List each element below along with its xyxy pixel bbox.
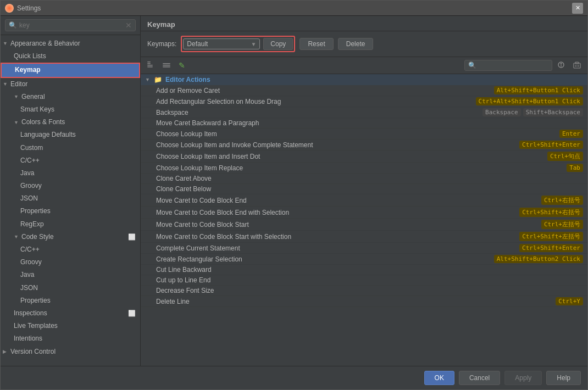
edit-shortcut-icon[interactable]: ✎ — [176, 59, 188, 71]
table-row[interactable]: Move Caret to Code Block End with Select… — [141, 207, 587, 219]
close-button[interactable]: ✕ — [572, 3, 583, 14]
shortcut-search-wrapper[interactable]: 🔍 — [464, 60, 552, 71]
shortcut-badge: Enter — [559, 130, 583, 138]
shortcut-badge: Alt+Shift+Button1 Click — [494, 86, 583, 94]
sidebar-item-json[interactable]: JSON — [1, 192, 140, 205]
find-shortcut-icon[interactable] — [556, 59, 568, 71]
sidebar-search-input[interactable] — [19, 21, 125, 29]
sidebar-item-label: Language Defaults — [20, 130, 76, 140]
sidebar-tree: Appearance & Behavior Quick Lists Keymap… — [1, 35, 140, 366]
sidebar-item-livetemplates[interactable]: Live Templates — [1, 320, 140, 332]
sidebar-item-properties[interactable]: Properties — [1, 205, 140, 218]
action-shortcuts: Ctrl+Shift+Enter — [519, 244, 583, 252]
table-row[interactable]: Move Caret to Code Block Start Ctrl+左括号 — [141, 219, 587, 231]
sidebar-item-codestyle-cpp[interactable]: C/C++ — [1, 243, 140, 256]
table-row[interactable]: Choose Lookup Item and Insert Dot Ctrl+句… — [141, 151, 587, 163]
sidebar-item-label: C/C++ — [20, 244, 40, 255]
sidebar-item-keymap[interactable]: Keymap — [1, 63, 140, 77]
shortcut-badge: Shift+Backspace — [523, 108, 583, 116]
sidebar-item-codestyle-json[interactable]: JSON — [1, 282, 140, 294]
action-shortcuts: Tab — [567, 164, 583, 172]
sidebar-item-codestyle-groovy[interactable]: Groovy — [1, 256, 140, 269]
table-row[interactable]: Clone Caret Below — [141, 184, 587, 194]
keymap-select[interactable]: Default Eclipse Emacs NetBeans 6.5 Visua… — [187, 40, 251, 48]
keymap-select-wrapper[interactable]: Default Eclipse Emacs NetBeans 6.5 Visua… — [183, 38, 260, 49]
sidebar-item-groovy[interactable]: Groovy — [1, 180, 140, 192]
sidebar-item-label: Smart Keys — [20, 104, 54, 115]
expand-arrow-icon — [3, 80, 8, 88]
cancel-button[interactable]: Cancel — [459, 371, 500, 385]
table-row[interactable]: Delete Line Ctrl+Y — [141, 296, 587, 307]
sidebar-item-regexp[interactable]: RegExp — [1, 218, 140, 231]
sidebar-item-cpp[interactable]: C/C++ — [1, 154, 140, 167]
expand-arrow-icon — [3, 40, 8, 47]
apply-button[interactable]: Apply — [504, 371, 542, 385]
collapse-all-icon[interactable] — [160, 59, 173, 71]
reset-button[interactable]: Reset — [299, 38, 333, 50]
svg-rect-0 — [147, 62, 151, 63]
table-row[interactable]: Cut up to Line End — [141, 275, 587, 286]
shortcut-badge: Alt+Shift+Button2 Click — [494, 255, 583, 263]
sidebar-search-wrapper[interactable]: 🔍 ✕ — [5, 19, 136, 31]
delete-shortcut-icon[interactable] — [571, 59, 583, 71]
action-shortcuts: Ctrl+右括号 — [541, 196, 583, 205]
action-name: Add Rectangular Selection on Mouse Drag — [156, 98, 281, 105]
sidebar-item-versioncontrol[interactable]: Version Control — [1, 346, 140, 358]
expand-all-icon[interactable] — [145, 59, 157, 71]
table-row[interactable]: Cut Line Backward — [141, 265, 587, 275]
sidebar-item-smartkeys[interactable]: Smart Keys — [1, 103, 140, 116]
sidebar-item-custom[interactable]: Custom — [1, 142, 140, 154]
table-row[interactable]: Complete Current Statement Ctrl+Shift+En… — [141, 243, 587, 254]
table-row[interactable]: Backspace Backspace Shift+Backspace — [141, 107, 587, 118]
sidebar-item-colorfonts[interactable]: Colors & Fonts — [1, 116, 140, 129]
table-row[interactable]: Move Caret to Code Block End Ctrl+右括号 — [141, 194, 587, 207]
action-shortcuts: Ctrl+Shift+Enter — [519, 141, 583, 149]
toolbar-left: ✎ — [145, 59, 188, 71]
sidebar-item-appearance[interactable]: Appearance & Behavior — [1, 37, 140, 50]
table-row[interactable]: Add Rectangular Selection on Mouse Drag … — [141, 96, 587, 107]
sidebar-item-label: Java — [20, 168, 34, 179]
action-name: Choose Lookup Item Replace — [156, 164, 243, 172]
action-name: Decrease Font Size — [156, 287, 214, 294]
sidebar-item-java[interactable]: Java — [1, 167, 140, 180]
ok-button[interactable]: OK — [424, 371, 454, 385]
sidebar-item-codestyle-java[interactable]: Java — [1, 269, 140, 281]
table-row[interactable]: Clone Caret Above — [141, 174, 587, 184]
dialog-footer: OK Cancel Apply Help — [1, 366, 587, 389]
expand-arrow-icon — [14, 93, 19, 101]
app-logo-icon — [5, 4, 14, 13]
table-row[interactable]: Move Caret to Code Block Start with Sele… — [141, 231, 587, 243]
table-row[interactable]: Decrease Font Size — [141, 286, 587, 296]
action-name: Choose Lookup Item and Insert Dot — [156, 153, 260, 160]
sidebar-item-editor[interactable]: Editor — [1, 78, 140, 91]
sidebar-item-label: Properties — [20, 296, 51, 306]
shortcut-badge: Backspace — [482, 108, 521, 116]
action-shortcuts: Alt+Shift+Button1 Click — [494, 86, 583, 94]
table-row[interactable]: Add or Remove Caret Alt+Shift+Button1 Cl… — [141, 85, 587, 96]
copy-button[interactable]: Copy — [263, 38, 293, 50]
table-row[interactable]: Choose Lookup Item Replace Tab — [141, 163, 587, 174]
sidebar-item-label: Inspections — [14, 308, 47, 319]
sidebar-item-intentions[interactable]: Intentions — [1, 332, 140, 345]
sidebar-item-general[interactable]: General — [1, 91, 140, 103]
table-row[interactable]: Move Caret Backward a Paragraph — [141, 118, 587, 129]
delete-button[interactable]: Delete — [338, 38, 374, 50]
sidebar-item-quicklists[interactable]: Quick Lists — [1, 50, 140, 63]
action-name: Move Caret to Code Block End — [156, 197, 247, 204]
sidebar-item-langdefaults[interactable]: Language Defaults — [1, 129, 140, 141]
action-name: Choose Lookup Item — [156, 130, 217, 138]
sidebar-search-clear-icon[interactable]: ✕ — [125, 21, 132, 30]
table-row[interactable]: Create Rectangular Selection Alt+Shift+B… — [141, 254, 587, 265]
table-row[interactable]: Choose Lookup Item Enter — [141, 129, 587, 140]
help-button[interactable]: Help — [546, 371, 581, 385]
table-row[interactable]: Choose Lookup Item and Invoke Complete S… — [141, 140, 587, 151]
action-shortcuts: Ctrl+Shift+右括号 — [519, 208, 583, 217]
action-name: Create Rectangular Selection — [156, 255, 242, 263]
sidebar-item-codestyle[interactable]: Code Style ⬜ — [1, 231, 140, 243]
right-panel: Keymap Keymaps: Default Eclipse Emacs Ne… — [141, 16, 587, 366]
sidebar-item-codestyle-props[interactable]: Properties — [1, 294, 140, 307]
shortcut-search-input[interactable] — [476, 62, 548, 69]
sidebar-item-label: Java — [20, 270, 34, 280]
action-name: Move Caret to Code Block Start with Sele… — [156, 233, 291, 241]
sidebar-item-inspections[interactable]: Inspections ⬜ — [1, 307, 140, 320]
